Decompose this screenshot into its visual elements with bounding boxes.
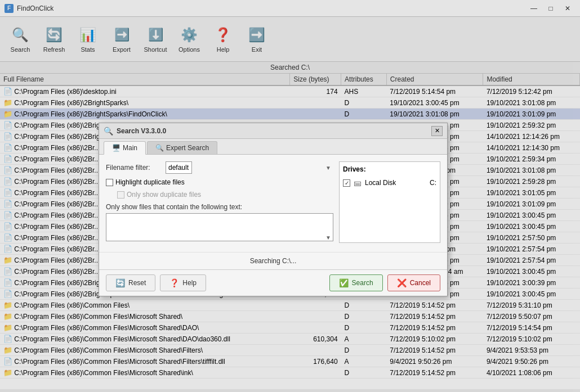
- drive-c-label: Local Disk: [365, 179, 396, 187]
- cancel-button[interactable]: ❌ Cancel: [387, 274, 440, 291]
- tab-main-label: Main: [123, 144, 137, 152]
- contain-text-wrapper: ▼: [106, 213, 333, 243]
- modal-body: Filename filter: default ▼ Highlight dup…: [99, 155, 447, 250]
- modal-close-button[interactable]: ✕: [431, 126, 443, 136]
- tab-main-icon: 🖥️: [112, 144, 121, 152]
- only-show-duplicates-box[interactable]: [117, 191, 124, 199]
- reset-icon: 🔄: [115, 278, 125, 287]
- reset-label: Reset: [128, 279, 146, 287]
- search-button[interactable]: ✅ Search: [329, 274, 383, 291]
- only-show-duplicates-label: Only show duplicate files: [127, 191, 201, 199]
- searching-text: Searching C:\...: [250, 257, 297, 265]
- footer-left-buttons: 🔄 Reset ❓ Help: [106, 274, 206, 291]
- modal-title: Search V3.3.0.0: [117, 127, 431, 135]
- only-show-duplicates-checkbox[interactable]: Only show duplicate files: [117, 191, 201, 199]
- drive-c-letter: C:: [430, 179, 436, 187]
- tab-expert-icon: 🔍: [155, 144, 164, 152]
- drive-item-c: ✓ 🖴 Local Disk C:: [343, 177, 436, 189]
- search-btn-icon: ✅: [339, 278, 349, 287]
- filename-filter-wrapper: default ▼: [166, 161, 333, 174]
- select-arrow-icon: ▼: [325, 165, 331, 171]
- tab-main[interactable]: 🖥️ Main: [104, 141, 146, 155]
- modal-left-panel: Filename filter: default ▼ Highlight dup…: [106, 161, 333, 243]
- search-label: Search: [352, 279, 373, 287]
- cancel-icon: ❌: [397, 278, 407, 287]
- help-button[interactable]: ❓ Help: [160, 274, 206, 291]
- tab-expert-label: Expert Search: [166, 144, 209, 152]
- search-dialog: 🔍 Search V3.3.0.0 ✕ 🖥️ Main 🔍 Expert Sea…: [99, 123, 448, 296]
- only-show-row: Only show duplicate files: [117, 191, 333, 199]
- contain-text-input[interactable]: [106, 213, 333, 241]
- drives-panel: Drives: ✓ 🖴 Local Disk C:: [339, 161, 440, 243]
- modal-footer: 🔄 Reset ❓ Help ✅ Search ❌ Cancel: [99, 269, 447, 296]
- help-btn-icon: ❓: [169, 278, 179, 287]
- tab-expert-search[interactable]: 🔍 Expert Search: [147, 141, 217, 154]
- filename-filter-select[interactable]: default: [166, 161, 192, 174]
- modal-title-icon: 🔍: [104, 127, 113, 136]
- highlight-duplicates-checkbox[interactable]: Highlight duplicate files: [106, 178, 185, 186]
- highlight-duplicates-box[interactable]: [106, 179, 113, 186]
- filename-filter-row: Filename filter: default ▼: [106, 161, 333, 174]
- modal-tabs: 🖥️ Main 🔍 Expert Search: [99, 139, 447, 155]
- searching-status: Searching C:\...: [99, 252, 447, 269]
- checkbox-row: Highlight duplicate files: [106, 178, 333, 186]
- contain-text-label: Only show files that contain the followi…: [106, 203, 333, 211]
- drive-c-icon: 🖴: [354, 178, 362, 187]
- footer-right-buttons: ✅ Search ❌ Cancel: [329, 274, 440, 291]
- drive-c-checkbox[interactable]: ✓: [343, 179, 350, 187]
- modal-title-bar: 🔍 Search V3.3.0.0 ✕: [99, 123, 447, 139]
- drives-title: Drives:: [343, 165, 436, 173]
- text-input-arrow-icon: ▼: [325, 235, 331, 241]
- help-label: Help: [182, 279, 197, 287]
- highlight-duplicates-label: Highlight duplicate files: [115, 178, 185, 186]
- cancel-label: Cancel: [410, 279, 431, 287]
- filename-filter-label: Filename filter:: [106, 164, 162, 172]
- modal-overlay: 🔍 Search V3.3.0.0 ✕ 🖥️ Main 🔍 Expert Sea…: [0, 0, 580, 392]
- reset-button[interactable]: 🔄 Reset: [106, 274, 155, 291]
